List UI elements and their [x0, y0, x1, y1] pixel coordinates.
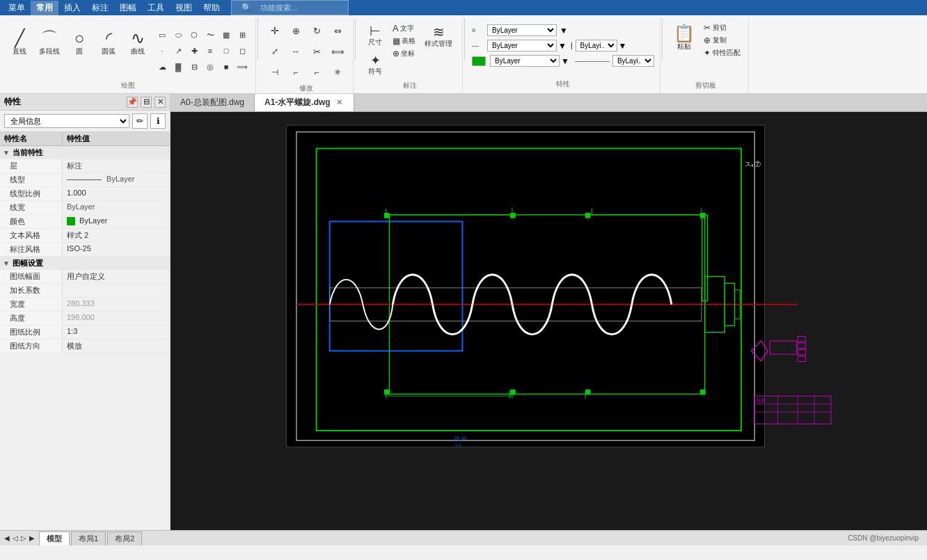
menu-item-annotation[interactable]: 标注 — [86, 1, 114, 15]
menu-item-file[interactable]: 菜单 — [3, 1, 31, 15]
match-btn[interactable]: ✦ 特性匹配 — [702, 47, 743, 58]
lineweight-prop-value[interactable]: ByLayer — [63, 201, 170, 214]
filter-select[interactable]: 全局信息 — [4, 114, 129, 128]
paste-btn[interactable]: 📋 粘贴 — [670, 22, 699, 54]
rotate-icon[interactable]: ↻ — [307, 21, 326, 40]
wipeout-icon[interactable]: □ — [219, 43, 234, 58]
draw-arc-btn[interactable]: ◜ 圆弧 — [95, 27, 122, 59]
linetype-select[interactable]: ByLayer — [487, 40, 557, 51]
layer-select[interactable]: ByLayer — [487, 24, 557, 36]
scale-value[interactable]: 1:3 — [63, 326, 170, 339]
layout-section[interactable]: ▼ 图幅设置 — [0, 257, 170, 270]
pageformat-value[interactable]: 用户自定义 — [63, 270, 170, 283]
scale-icon[interactable]: ⤢ — [265, 42, 285, 61]
extfactor-value[interactable] — [63, 284, 170, 297]
tab-a1[interactable]: A1-水平螺旋.dwg ✕ — [255, 94, 354, 111]
linetype-dropdown-icon[interactable]: ▼ — [558, 41, 566, 51]
linescale-prop-value[interactable]: 1.000 — [63, 187, 170, 200]
dim-btn[interactable]: ⊢ 尺寸 — [363, 22, 388, 50]
chamfer-icon[interactable]: ⌐ — [307, 63, 326, 82]
model-tab[interactable]: 模型 — [39, 531, 70, 545]
trim-icon[interactable]: ✂ — [307, 42, 326, 61]
panel-float-btn[interactable]: ⊟ — [141, 97, 152, 108]
layer-prop-value[interactable]: 标注 — [63, 159, 170, 173]
menu-item-insert[interactable]: 插入 — [58, 1, 86, 15]
lineweight-select[interactable]: ByLayi... — [576, 40, 617, 51]
gradient-icon[interactable]: ▓ — [171, 59, 186, 74]
filter-edit-btn[interactable]: ✏ — [132, 113, 148, 129]
panel-pin-btn[interactable]: 📌 — [127, 97, 138, 108]
width-name: 宽度 — [0, 298, 63, 311]
dimstyle-prop-value[interactable]: ISO-25 — [63, 243, 170, 256]
cut-btn[interactable]: ✂ 剪切 — [702, 22, 743, 33]
draw-polyline-btn[interactable]: ⌒ 多段线 — [35, 27, 64, 59]
explode-icon[interactable]: ✳ — [328, 63, 347, 82]
color-prop-value[interactable]: ByLayer — [63, 215, 170, 228]
linecolor-select[interactable]: ByLayi... — [612, 55, 654, 67]
drawing-canvas[interactable]: 标数 ス₄ ⑦ 比 例 1:3 — [171, 112, 927, 530]
linetype-prop-value[interactable]: ByLayer — [63, 173, 170, 186]
copy-btn[interactable]: ⊕ 复制 — [702, 35, 743, 46]
menu-item-layout[interactable]: 图幅 — [114, 1, 142, 15]
stretch-icon[interactable]: ↔ — [286, 42, 306, 61]
tab-a0[interactable]: A0-总装配图.dwg — [171, 94, 255, 111]
menu-item-tools[interactable]: 工具 — [142, 1, 170, 15]
tab-a1-close[interactable]: ✕ — [335, 98, 344, 107]
height-value[interactable]: 198.000 — [63, 312, 170, 325]
block-icon[interactable]: ⊞ — [235, 27, 250, 42]
nav-right-arrow[interactable]: ▶ — [28, 533, 36, 543]
nav-left2-arrow[interactable]: ◁ — [11, 533, 19, 543]
spline-icon[interactable]: 〜 — [203, 27, 218, 42]
point-icon[interactable]: · — [154, 43, 170, 58]
table2-icon[interactable]: ⊟ — [187, 59, 202, 74]
polygon-icon[interactable]: ⬡ — [187, 27, 202, 42]
filter-info-btn[interactable]: ℹ — [150, 113, 166, 129]
layout2-tab[interactable]: 布局2 — [107, 531, 142, 545]
fillet-icon[interactable]: ⌐ — [286, 63, 306, 82]
panel-close-btn[interactable]: ✕ — [154, 97, 166, 108]
xline-icon[interactable]: ✚ — [187, 43, 202, 58]
draw-line-btn[interactable]: ╱ 直线 — [6, 27, 33, 59]
table-btn[interactable]: ▦ 表格 — [390, 35, 418, 47]
draw-curve-btn[interactable]: ∿ 曲线 — [124, 27, 152, 59]
mirror-icon[interactable]: ⇔ — [328, 21, 347, 40]
rect-icon[interactable]: ▭ — [154, 27, 170, 42]
color-select[interactable]: ByLayer — [490, 55, 560, 67]
color-detail: ————— — [575, 57, 610, 65]
hatch-icon[interactable]: ▦ — [219, 27, 234, 42]
menu-item-home[interactable]: 常用 — [31, 1, 58, 15]
donut-icon[interactable]: ◎ — [203, 59, 218, 74]
style-mgr-icon: ≋ — [433, 25, 445, 39]
color-dropdown-icon[interactable]: ▼ — [561, 56, 569, 66]
move-icon[interactable]: ✛ — [265, 21, 285, 40]
copy2-icon[interactable]: ⊕ — [286, 21, 306, 40]
trace-icon[interactable]: ⟹ — [235, 59, 250, 74]
ellipse-icon[interactable]: ⬭ — [171, 27, 186, 42]
break-icon[interactable]: ⊣ — [265, 63, 285, 82]
prop-row-lineweight: 线宽 ByLayer — [0, 201, 170, 215]
direction-value[interactable]: 横放 — [63, 339, 170, 353]
coord-btn[interactable]: ⊕ 坐标 — [390, 48, 418, 59]
color-swatch[interactable] — [472, 56, 486, 66]
lineweight-dropdown-icon[interactable]: ▼ — [619, 41, 627, 51]
region-icon[interactable]: ◻ — [235, 43, 250, 58]
revision-icon[interactable]: ☁ — [154, 59, 170, 74]
current-props-section[interactable]: ▼ 当前特性 — [0, 146, 170, 159]
nav-left-arrow[interactable]: ◀ — [3, 533, 11, 543]
menu-item-help[interactable]: 帮助 — [198, 1, 225, 15]
menu-search-input[interactable] — [260, 3, 344, 12]
symbol-btn[interactable]: ✦ 符号 — [363, 51, 388, 79]
ray-icon[interactable]: ↗ — [171, 43, 186, 58]
nav-right2-arrow[interactable]: ▷ — [19, 533, 28, 543]
style-mgr-btn[interactable]: ≋ 样式管理 — [420, 22, 457, 51]
solid-icon[interactable]: ■ — [219, 59, 234, 74]
width-value[interactable]: 280.333 — [63, 298, 170, 311]
layout1-tab[interactable]: 布局1 — [71, 531, 106, 545]
mline-icon[interactable]: ≡ — [203, 43, 218, 58]
extend-icon[interactable]: ⟺ — [328, 42, 347, 61]
textstyle-prop-value[interactable]: 样式 2 — [63, 229, 170, 242]
layer-dropdown-icon[interactable]: ▼ — [560, 26, 568, 35]
text-btn[interactable]: A 文字 — [390, 22, 418, 34]
menu-item-view[interactable]: 视图 — [170, 1, 198, 15]
draw-circle-btn[interactable]: ○ 圆 — [65, 27, 93, 59]
